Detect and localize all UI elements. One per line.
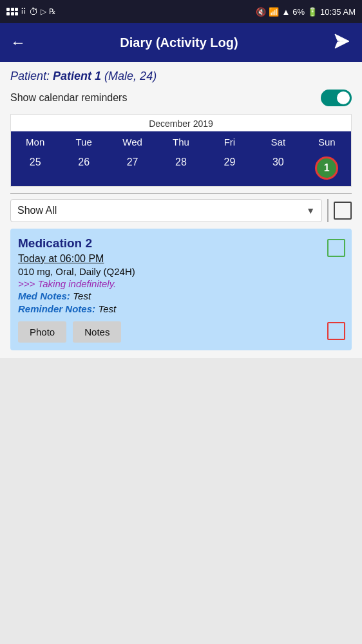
- today-indicator: 1: [315, 156, 338, 180]
- calendar-row: 25 26 27 28 29 30 1: [11, 151, 351, 186]
- svg-marker-0: [335, 34, 349, 48]
- reminder-notes-value: Test: [98, 303, 116, 314]
- circles-icon: ⠿: [21, 7, 26, 16]
- cal-header-mon: Mon: [11, 131, 59, 151]
- back-button[interactable]: ←: [10, 33, 26, 52]
- filter-checkbox[interactable]: [334, 202, 352, 220]
- patient-name: Patient 1: [53, 70, 101, 82]
- calendar-header: Mon Tue Wed Thu Fri Sat Sun: [11, 131, 351, 151]
- patient-info: Patient: Patient 1 (Male, 24): [10, 70, 352, 83]
- reminder-toggle[interactable]: [321, 90, 352, 106]
- cal-day-28[interactable]: 28: [157, 151, 205, 186]
- cal-header-tue: Tue: [59, 131, 108, 151]
- app-bar: ← Diary (Activity Log): [0, 23, 362, 62]
- status-left-icons: ⠿ ⏱ ▷ ℞: [6, 6, 56, 17]
- cal-day-25[interactable]: 25: [11, 151, 59, 186]
- cal-header-sun: Sun: [303, 131, 351, 151]
- cal-day-30[interactable]: 30: [254, 151, 302, 186]
- status-right-info: 🔇 📶 ▲ 6% 🔋 10:35 AM: [256, 7, 356, 17]
- filter-row: Show All ▼: [10, 199, 352, 222]
- green-checkbox[interactable]: [327, 239, 345, 257]
- reminder-row: Show calendar reminders: [10, 90, 352, 106]
- wifi-icon: 📶: [269, 7, 279, 17]
- status-bar: ⠿ ⏱ ▷ ℞ 🔇 📶 ▲ 6% 🔋 10:35 AM: [0, 0, 362, 23]
- divider: [10, 193, 352, 194]
- medication-card: Medication 2 Today at 06:00 PM 010 mg, O…: [10, 229, 352, 350]
- med-card-content: Medication 2 Today at 06:00 PM 010 mg, O…: [18, 236, 321, 343]
- med-taking: >>> Taking indefinitely.: [18, 278, 321, 289]
- chevron-down-icon: ▼: [306, 205, 315, 216]
- battery-percent: 6%: [292, 7, 305, 17]
- med-checkboxes: [327, 236, 345, 343]
- med-name: Medication 2: [18, 236, 321, 251]
- cal-day-26[interactable]: 26: [59, 151, 108, 186]
- app-bar-title: Diary (Activity Log): [120, 35, 238, 50]
- reminder-notes-row: Reminder Notes: Test: [18, 303, 321, 315]
- cal-header-fri: Fri: [205, 131, 254, 151]
- calendar-month-year: December 2019: [11, 115, 351, 131]
- med-time: Today at 06:00 PM: [18, 253, 321, 265]
- med-dosage: 010 mg, Oral, Daily (Q24H): [18, 266, 321, 277]
- cal-header-thu: Thu: [157, 131, 205, 151]
- notes-button[interactable]: Notes: [73, 321, 121, 343]
- reminder-notes-label: Reminder Notes:: [18, 303, 95, 314]
- red-checkbox[interactable]: [327, 322, 345, 340]
- patient-label-text: Patient:: [10, 70, 50, 82]
- mute-icon: 🔇: [256, 7, 266, 17]
- photo-button[interactable]: Photo: [18, 321, 66, 343]
- calendar: December 2019 Mon Tue Wed Thu Fri Sat Su…: [10, 114, 352, 187]
- grid-icon: [6, 8, 18, 15]
- play-icon: ▷: [41, 7, 46, 16]
- rx-icon: ℞: [49, 7, 56, 16]
- clock-icon: ⏱: [29, 6, 38, 17]
- signal-icon: ▲: [281, 7, 290, 17]
- cal-day-1[interactable]: 1: [303, 151, 351, 186]
- battery-icon: 🔋: [307, 7, 318, 17]
- reminder-label: Show calendar reminders: [10, 92, 127, 104]
- time-display: 10:35 AM: [320, 7, 356, 17]
- med-notes-row: Med Notes: Test: [18, 290, 321, 302]
- patient-details: (Male, 24): [104, 70, 157, 82]
- med-notes-label: Med Notes:: [18, 290, 70, 301]
- med-notes-value: Test: [73, 290, 91, 301]
- main-content: Patient: Patient 1 (Male, 24) Show calen…: [0, 62, 362, 358]
- cal-day-29[interactable]: 29: [205, 151, 254, 186]
- cal-day-27[interactable]: 27: [108, 151, 157, 186]
- filter-separator: [327, 199, 329, 222]
- filter-label: Show All: [17, 205, 57, 216]
- cal-header-sat: Sat: [254, 131, 302, 151]
- cal-header-wed: Wed: [108, 131, 157, 151]
- send-button[interactable]: [332, 32, 352, 53]
- med-buttons: Photo Notes: [18, 321, 321, 343]
- show-all-dropdown[interactable]: Show All ▼: [10, 199, 322, 222]
